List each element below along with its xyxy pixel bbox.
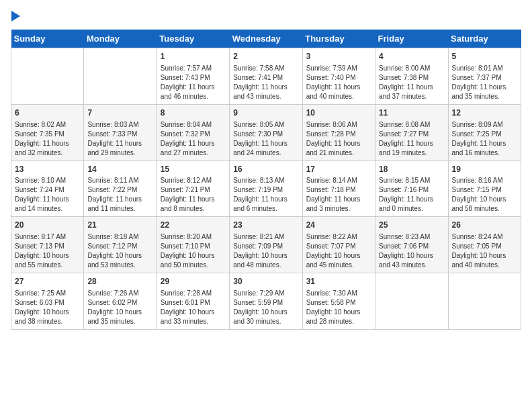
day-info: Sunrise: 8:10 AM Sunset: 7:24 PM Dayligh…	[15, 176, 80, 214]
calendar-cell	[375, 273, 448, 330]
day-number: 14	[87, 164, 152, 175]
day-of-week-header: Monday	[84, 30, 157, 48]
day-number: 26	[452, 220, 517, 231]
day-number: 17	[306, 164, 371, 175]
calendar-cell: 7Sunrise: 8:03 AM Sunset: 7:33 PM Daylig…	[84, 104, 157, 161]
day-of-week-header: Wednesday	[230, 30, 302, 48]
page-header	[11, 11, 521, 21]
day-info: Sunrise: 8:05 AM Sunset: 7:30 PM Dayligh…	[233, 120, 298, 158]
calendar-cell: 31Sunrise: 7:30 AM Sunset: 5:58 PM Dayli…	[302, 273, 375, 330]
day-of-week-header: Thursday	[302, 30, 375, 48]
day-number: 24	[306, 220, 371, 231]
day-number: 12	[452, 107, 517, 119]
day-number: 5	[452, 51, 517, 62]
day-info: Sunrise: 7:25 AM Sunset: 6:03 PM Dayligh…	[15, 289, 80, 326]
day-info: Sunrise: 7:57 AM Sunset: 7:43 PM Dayligh…	[161, 64, 226, 101]
logo-chevron-icon	[11, 11, 20, 21]
calendar-cell: 20Sunrise: 8:17 AM Sunset: 7:13 PM Dayli…	[11, 217, 84, 273]
calendar-cell: 26Sunrise: 8:24 AM Sunset: 7:05 PM Dayli…	[448, 217, 521, 273]
day-number: 16	[233, 164, 298, 175]
calendar-header-row: SundayMondayTuesdayWednesdayThursdayFrid…	[11, 30, 521, 48]
calendar-week-row: 20Sunrise: 8:17 AM Sunset: 7:13 PM Dayli…	[11, 217, 521, 273]
day-number: 6	[15, 107, 80, 119]
day-number: 2	[233, 51, 298, 62]
day-info: Sunrise: 8:21 AM Sunset: 7:09 PM Dayligh…	[233, 232, 298, 270]
day-info: Sunrise: 8:22 AM Sunset: 7:07 PM Dayligh…	[306, 232, 371, 270]
calendar-cell: 6Sunrise: 8:02 AM Sunset: 7:35 PM Daylig…	[11, 104, 84, 161]
calendar-cell: 28Sunrise: 7:26 AM Sunset: 6:02 PM Dayli…	[84, 273, 157, 330]
calendar-cell: 14Sunrise: 8:11 AM Sunset: 7:22 PM Dayli…	[84, 161, 157, 217]
calendar-cell: 16Sunrise: 8:13 AM Sunset: 7:19 PM Dayli…	[230, 161, 302, 217]
day-number: 9	[233, 107, 298, 119]
day-number: 13	[15, 164, 80, 175]
calendar-cell: 3Sunrise: 7:59 AM Sunset: 7:40 PM Daylig…	[302, 48, 375, 105]
calendar-cell	[448, 273, 521, 330]
calendar-cell: 2Sunrise: 7:58 AM Sunset: 7:41 PM Daylig…	[230, 48, 302, 105]
calendar-cell: 22Sunrise: 8:20 AM Sunset: 7:10 PM Dayli…	[157, 217, 229, 273]
day-info: Sunrise: 8:01 AM Sunset: 7:37 PM Dayligh…	[452, 64, 517, 101]
day-number: 21	[87, 220, 152, 231]
day-info: Sunrise: 8:06 AM Sunset: 7:28 PM Dayligh…	[306, 120, 371, 158]
calendar-cell: 30Sunrise: 7:29 AM Sunset: 5:59 PM Dayli…	[230, 273, 302, 330]
day-number: 8	[161, 107, 226, 119]
calendar-cell: 27Sunrise: 7:25 AM Sunset: 6:03 PM Dayli…	[11, 273, 84, 330]
day-number: 11	[379, 107, 444, 119]
day-number: 31	[306, 276, 371, 287]
day-info: Sunrise: 8:23 AM Sunset: 7:06 PM Dayligh…	[379, 232, 444, 270]
calendar-cell: 17Sunrise: 8:14 AM Sunset: 7:18 PM Dayli…	[302, 161, 375, 217]
day-number: 30	[233, 276, 298, 287]
day-info: Sunrise: 8:03 AM Sunset: 7:33 PM Dayligh…	[87, 120, 152, 158]
calendar-cell: 19Sunrise: 8:16 AM Sunset: 7:15 PM Dayli…	[448, 161, 521, 217]
day-of-week-header: Friday	[375, 30, 448, 48]
calendar-cell: 9Sunrise: 8:05 AM Sunset: 7:30 PM Daylig…	[230, 104, 302, 161]
calendar-cell	[11, 48, 84, 105]
day-info: Sunrise: 8:02 AM Sunset: 7:35 PM Dayligh…	[15, 120, 80, 158]
calendar-cell: 29Sunrise: 7:28 AM Sunset: 6:01 PM Dayli…	[157, 273, 229, 330]
day-number: 25	[379, 220, 444, 231]
calendar-cell: 15Sunrise: 8:12 AM Sunset: 7:21 PM Dayli…	[157, 161, 229, 217]
calendar-cell: 4Sunrise: 8:00 AM Sunset: 7:38 PM Daylig…	[375, 48, 448, 105]
day-info: Sunrise: 8:18 AM Sunset: 7:12 PM Dayligh…	[87, 232, 152, 270]
day-info: Sunrise: 8:12 AM Sunset: 7:21 PM Dayligh…	[161, 176, 226, 214]
calendar-cell: 24Sunrise: 8:22 AM Sunset: 7:07 PM Dayli…	[302, 217, 375, 273]
day-number: 23	[233, 220, 298, 231]
day-info: Sunrise: 8:13 AM Sunset: 7:19 PM Dayligh…	[233, 176, 298, 214]
day-number: 18	[379, 164, 444, 175]
day-number: 28	[87, 276, 152, 287]
calendar-cell: 8Sunrise: 8:04 AM Sunset: 7:32 PM Daylig…	[157, 104, 229, 161]
calendar-cell: 25Sunrise: 8:23 AM Sunset: 7:06 PM Dayli…	[375, 217, 448, 273]
calendar-cell: 12Sunrise: 8:09 AM Sunset: 7:25 PM Dayli…	[448, 104, 521, 161]
calendar-cell: 18Sunrise: 8:15 AM Sunset: 7:16 PM Dayli…	[375, 161, 448, 217]
day-of-week-header: Saturday	[448, 30, 521, 48]
day-info: Sunrise: 7:30 AM Sunset: 5:58 PM Dayligh…	[306, 289, 371, 326]
day-info: Sunrise: 8:11 AM Sunset: 7:22 PM Dayligh…	[87, 176, 152, 214]
day-info: Sunrise: 7:59 AM Sunset: 7:40 PM Dayligh…	[306, 64, 371, 101]
calendar-cell	[84, 48, 157, 105]
day-number: 7	[87, 107, 152, 119]
day-number: 10	[306, 107, 371, 119]
day-number: 27	[15, 276, 80, 287]
day-number: 22	[161, 220, 226, 231]
calendar-cell: 11Sunrise: 8:08 AM Sunset: 7:27 PM Dayli…	[375, 104, 448, 161]
day-info: Sunrise: 7:28 AM Sunset: 6:01 PM Dayligh…	[161, 289, 226, 326]
day-info: Sunrise: 8:09 AM Sunset: 7:25 PM Dayligh…	[452, 120, 517, 158]
day-info: Sunrise: 8:20 AM Sunset: 7:10 PM Dayligh…	[161, 232, 226, 270]
day-info: Sunrise: 8:17 AM Sunset: 7:13 PM Dayligh…	[15, 232, 80, 270]
day-number: 3	[306, 51, 371, 62]
day-info: Sunrise: 7:29 AM Sunset: 5:59 PM Dayligh…	[233, 289, 298, 326]
day-of-week-header: Tuesday	[157, 30, 229, 48]
calendar-cell: 23Sunrise: 8:21 AM Sunset: 7:09 PM Dayli…	[230, 217, 302, 273]
day-info: Sunrise: 8:00 AM Sunset: 7:38 PM Dayligh…	[379, 64, 444, 101]
calendar-cell: 21Sunrise: 8:18 AM Sunset: 7:12 PM Dayli…	[84, 217, 157, 273]
calendar-cell: 10Sunrise: 8:06 AM Sunset: 7:28 PM Dayli…	[302, 104, 375, 161]
day-info: Sunrise: 8:14 AM Sunset: 7:18 PM Dayligh…	[306, 176, 371, 214]
day-number: 19	[452, 164, 517, 175]
day-info: Sunrise: 8:04 AM Sunset: 7:32 PM Dayligh…	[161, 120, 226, 158]
day-number: 29	[161, 276, 226, 287]
calendar-table: SundayMondayTuesdayWednesdayThursdayFrid…	[11, 30, 521, 330]
day-number: 1	[161, 51, 226, 62]
calendar-week-row: 27Sunrise: 7:25 AM Sunset: 6:03 PM Dayli…	[11, 273, 521, 330]
day-of-week-header: Sunday	[11, 30, 84, 48]
calendar-cell: 5Sunrise: 8:01 AM Sunset: 7:37 PM Daylig…	[448, 48, 521, 105]
day-number: 15	[161, 164, 226, 175]
